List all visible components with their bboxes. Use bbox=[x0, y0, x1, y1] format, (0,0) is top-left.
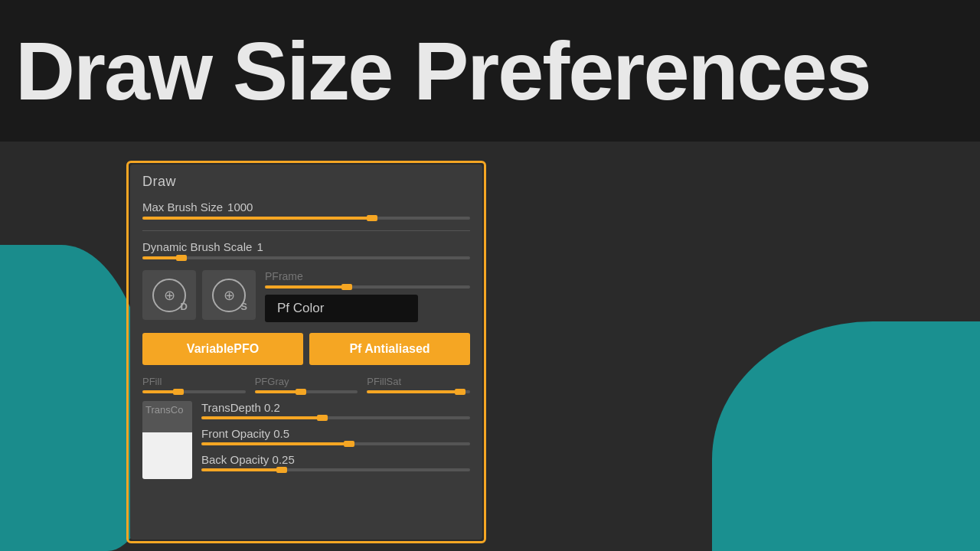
pfgray-item: PFGray bbox=[255, 376, 358, 393]
back-opacity-label: Back Opacity 0.25 bbox=[201, 453, 470, 466]
pf-antialiased-button[interactable]: Pf Antialiased bbox=[309, 333, 470, 365]
pfill-thumb[interactable] bbox=[173, 389, 184, 395]
draw-preferences-panel: Draw Max Brush Size 1000 Dynamic Brush S… bbox=[130, 165, 482, 540]
pframe-slider[interactable] bbox=[265, 285, 470, 289]
pfill-slider[interactable] bbox=[142, 390, 246, 393]
icon-buttons-row: ⊕ D ⊕ S PFrame bbox=[142, 270, 470, 322]
bottom-sliders-row: PFill PFGray PFillSat bbox=[142, 376, 470, 393]
pfgray-label: PFGray bbox=[255, 376, 358, 387]
page-title: Draw Size Preferences bbox=[15, 30, 871, 112]
front-opacity-row: Front Opacity 0.5 bbox=[201, 427, 470, 445]
pframe-fill bbox=[265, 285, 347, 289]
brush-s-icon: ⊕ S bbox=[212, 279, 246, 312]
trans-section: TransCo TransDepth 0.2 bbox=[142, 401, 470, 479]
trans-color-label: TransCo bbox=[145, 404, 183, 416]
panel-border: Draw Max Brush Size 1000 Dynamic Brush S… bbox=[126, 161, 486, 543]
front-opacity-thumb[interactable] bbox=[344, 441, 354, 447]
panel-section-title: Draw bbox=[142, 174, 470, 190]
panel-wrapper: Draw Max Brush Size 1000 Dynamic Brush S… bbox=[126, 161, 486, 543]
trans-fields: TransDepth 0.2 Front Opacity 0.5 bbox=[201, 401, 470, 479]
pframe-section: PFrame Pf Color bbox=[262, 270, 470, 322]
dynamic-brush-scale-slider[interactable] bbox=[142, 256, 470, 259]
title-area: Draw Size Preferences bbox=[0, 0, 980, 142]
max-brush-size-label: Max Brush Size 1000 bbox=[142, 201, 470, 214]
dynamic-brush-scale-thumb[interactable] bbox=[176, 255, 187, 261]
max-brush-size-row: Max Brush Size 1000 bbox=[142, 201, 470, 220]
front-opacity-fill bbox=[201, 442, 349, 445]
trans-depth-thumb[interactable] bbox=[317, 415, 328, 421]
pfillsat-slider[interactable] bbox=[367, 390, 470, 393]
divider-1 bbox=[142, 230, 470, 231]
brush-d-icon: ⊕ D bbox=[152, 279, 186, 312]
trans-depth-fill bbox=[201, 416, 322, 419]
pfill-label: PFill bbox=[142, 376, 246, 387]
dynamic-brush-scale-label: Dynamic Brush Scale 1 bbox=[142, 240, 470, 253]
pf-color-button[interactable]: Pf Color bbox=[265, 295, 418, 322]
trans-depth-row: TransDepth 0.2 bbox=[201, 401, 470, 419]
dynamic-brush-scale-row: Dynamic Brush Scale 1 bbox=[142, 240, 470, 259]
trans-depth-slider[interactable] bbox=[201, 416, 470, 419]
max-brush-size-fill bbox=[142, 217, 372, 220]
variable-pfo-button[interactable]: VariablePFO bbox=[142, 333, 303, 365]
back-opacity-thumb[interactable] bbox=[276, 467, 287, 473]
pfill-item: PFill bbox=[142, 376, 246, 393]
max-brush-size-thumb[interactable] bbox=[367, 215, 377, 221]
back-opacity-fill bbox=[201, 468, 282, 471]
pfgray-thumb[interactable] bbox=[296, 389, 306, 395]
pfillsat-fill bbox=[367, 390, 459, 393]
action-buttons-row: VariablePFO Pf Antialiased bbox=[142, 333, 470, 365]
trans-color-box: TransCo bbox=[142, 401, 192, 479]
back-opacity-row: Back Opacity 0.25 bbox=[201, 453, 470, 471]
trans-white-area bbox=[142, 432, 192, 479]
pfgray-fill bbox=[255, 390, 302, 393]
front-opacity-slider[interactable] bbox=[201, 442, 470, 445]
pfillsat-item: PFillSat bbox=[367, 376, 470, 393]
max-brush-size-slider[interactable] bbox=[142, 217, 470, 220]
brush-d-button[interactable]: ⊕ D bbox=[142, 270, 196, 320]
pframe-label: PFrame bbox=[265, 270, 470, 282]
pframe-thumb[interactable] bbox=[341, 284, 352, 290]
pfillsat-thumb[interactable] bbox=[455, 389, 466, 395]
front-opacity-label: Front Opacity 0.5 bbox=[201, 427, 470, 440]
back-opacity-slider[interactable] bbox=[201, 468, 470, 471]
pfillsat-label: PFillSat bbox=[367, 376, 470, 387]
trans-depth-label: TransDepth 0.2 bbox=[201, 401, 470, 414]
brush-s-button[interactable]: ⊕ S bbox=[202, 270, 256, 320]
pfgray-slider[interactable] bbox=[255, 390, 358, 393]
